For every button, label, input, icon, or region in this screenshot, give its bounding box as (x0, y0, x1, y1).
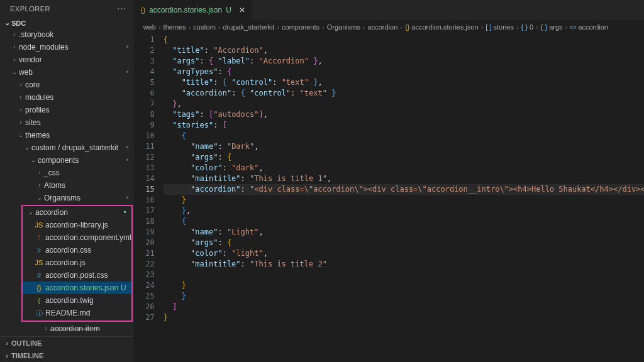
item-label: .storybook (19, 29, 53, 40)
breadcrumb-item[interactable]: { }0 (521, 23, 534, 31)
breadcrumb-item[interactable]: { }args (541, 23, 563, 31)
code-line[interactable]: "maintitle": "This is title 2" (164, 259, 644, 270)
breadcrumb-item[interactable]: custom (193, 23, 215, 31)
tree-folder[interactable]: ⌄themes (0, 129, 134, 141)
breadcrumb-item[interactable]: Organisms (327, 23, 360, 31)
tree-folder[interactable]: ›accordion-item (0, 322, 134, 335)
tree-file[interactable]: !accordion.component.yml (23, 231, 131, 244)
chevron-right-icon: › (516, 23, 519, 31)
tree-file[interactable]: {accordion.twig (23, 294, 131, 307)
code-line[interactable]: "argTypes": { (164, 67, 644, 77)
code-line[interactable]: { (164, 35, 644, 45)
explorer-more-icon[interactable]: ⋯ (117, 4, 126, 14)
code-line[interactable]: { (164, 131, 644, 141)
tree-folder[interactable]: ›core (0, 79, 134, 91)
tab-accordion-stories[interactable]: {} accordion.stories.json U ✕ (135, 0, 252, 20)
line-number: 5 (135, 77, 155, 88)
code-line[interactable]: ] (164, 302, 644, 312)
tree-file[interactable]: ⓘREADME.md (23, 307, 131, 319)
tree-file[interactable]: #accordion.css (23, 244, 131, 256)
tree-file[interactable]: JSaccordion-library.js (23, 219, 131, 231)
item-label: accordion.stories.json (45, 282, 118, 293)
code-line[interactable]: "accordion": "<div class=\"accordion\"><… (164, 184, 644, 195)
chevron-right-icon: › (16, 117, 25, 128)
code-line[interactable] (164, 270, 644, 280)
breadcrumb-item[interactable]: {}accordion.stories.json (405, 23, 479, 31)
chevron-right-icon: › (16, 92, 25, 103)
tree-folder[interactable]: ›node_modules• (0, 41, 134, 53)
status-badge: • (126, 67, 129, 78)
project-header[interactable]: ⌄ SDC (0, 18, 134, 28)
breadcrumb-item[interactable]: web (143, 23, 156, 31)
tree-folder[interactable]: ›sites (0, 116, 134, 129)
code-line[interactable]: }, (164, 206, 644, 216)
code-line[interactable]: "args": { "label": "Accordion" }, (164, 56, 644, 67)
breadcrumb-item[interactable]: [ ]stories (486, 23, 514, 31)
breadcrumb-icon: { } (521, 23, 528, 31)
file-icon: # (34, 270, 44, 281)
code-content[interactable]: { "title": "Accordion", "args": { "label… (164, 33, 644, 362)
outline-header[interactable]: › OUTLINE (0, 337, 134, 349)
code-line[interactable]: } (164, 291, 644, 302)
code-line[interactable]: "tags": ["autodocs"], (164, 109, 644, 120)
code-line[interactable]: "accordion": { "control": "text" } (164, 88, 644, 99)
breadcrumb-item[interactable]: themes (164, 23, 186, 31)
tree-folder[interactable]: ⌄Organisms• (0, 192, 134, 204)
code-line[interactable]: "color": "light", (164, 248, 644, 259)
code-line[interactable]: } (164, 195, 644, 206)
tree-folder[interactable]: ⌄web• (0, 66, 134, 79)
code-line[interactable]: "title": { "control": "text" }, (164, 77, 644, 88)
tree-file[interactable]: JSaccordion.js (23, 256, 131, 269)
tree-file[interactable]: {}accordion.stories.jsonU (23, 282, 131, 294)
tree-file[interactable]: #accordion.post.css (23, 269, 131, 282)
line-number: 14 (135, 173, 155, 184)
item-label: modules (25, 92, 53, 103)
tree-folder[interactable]: ›.storybook (0, 28, 134, 41)
item-label: core (25, 79, 40, 90)
tab-bar: {} accordion.stories.json U ✕ ⇆ ◫ ⋯ (135, 0, 644, 20)
tree-folder[interactable]: ›modules (0, 91, 134, 104)
status-badge: • (126, 155, 129, 166)
code-line[interactable]: "args": { (164, 152, 644, 163)
timeline-header[interactable]: › TIMELINE (0, 349, 134, 362)
chevron-right-icon: › (42, 323, 50, 334)
tree-folder[interactable]: ⌄accordion• (23, 206, 131, 219)
breadcrumb-item[interactable]: ▭accordion (570, 23, 608, 31)
tree-folder[interactable]: ⌄custom / drupak_starterkit• (0, 141, 134, 154)
code-line[interactable]: "title": "Accordion", (164, 45, 644, 56)
tree-folder[interactable]: ›_css (0, 167, 134, 179)
line-number: 11 (135, 141, 155, 152)
tree-folder[interactable]: ›profiles (0, 104, 134, 116)
line-number: 9 (135, 120, 155, 131)
line-number: 7 (135, 99, 155, 109)
json-icon: {} (141, 6, 145, 14)
breadcrumb-item[interactable]: drupak_starterkit (223, 23, 274, 31)
code-line[interactable]: { (164, 216, 644, 227)
close-icon[interactable]: ✕ (239, 6, 245, 14)
line-number: 19 (135, 227, 155, 238)
project-name: SDC (11, 19, 26, 27)
item-label: vendor (19, 54, 42, 65)
breadcrumb-item[interactable]: accordion (368, 23, 398, 31)
tree-folder[interactable]: ⌄components• (0, 154, 134, 167)
code-line[interactable]: "color": "dark", (164, 163, 644, 173)
chevron-right-icon: › (481, 23, 484, 31)
breadcrumb-label: accordion (578, 23, 608, 31)
code-line[interactable]: "name": "Dark", (164, 141, 644, 152)
tree-folder[interactable]: ›vendor (0, 53, 134, 66)
code-editor[interactable]: 1234567891011121314151617181920212223242… (135, 33, 644, 362)
code-line[interactable]: "stories": [ (164, 120, 644, 131)
file-icon: ! (34, 232, 44, 243)
breadcrumb-icon: ▭ (570, 23, 576, 31)
code-line[interactable]: "args": { (164, 238, 644, 248)
status-badge: U (121, 282, 126, 293)
code-line[interactable]: } (164, 280, 644, 291)
code-line[interactable]: } (164, 312, 644, 323)
tree-folder[interactable]: ›Atoms (0, 179, 134, 192)
line-number: 3 (135, 56, 155, 67)
code-line[interactable]: "name": "Light", (164, 227, 644, 238)
code-line[interactable]: }, (164, 99, 644, 109)
breadcrumb-item[interactable]: components (282, 23, 319, 31)
item-label: accordion-library.js (45, 219, 108, 231)
code-line[interactable]: "maintitle": "This is title 1", (164, 173, 644, 184)
